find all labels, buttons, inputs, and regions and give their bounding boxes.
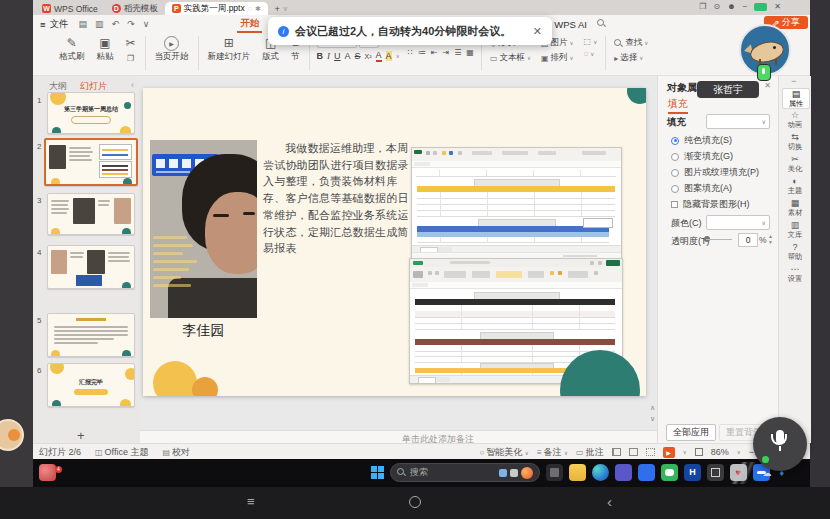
strike-button[interactable]: S [355, 51, 361, 61]
indent-less-icon[interactable]: ⇤ [431, 49, 438, 57]
rail-item-settings[interactable]: ⋯ 设置 [782, 264, 808, 283]
color-select[interactable]: ∨ [706, 215, 770, 230]
collapse-panel-icon[interactable]: ‹ [131, 80, 134, 90]
paragraph-more-icon[interactable]: ▦ [466, 49, 474, 57]
reading-view-icon[interactable] [646, 448, 655, 456]
apply-all-button[interactable]: 全部应用 [666, 424, 716, 441]
tab-current-presentation[interactable]: P 实践第一周.pptx ◌ ✱ [165, 2, 268, 15]
file-menu[interactable]: 文件 [50, 18, 69, 31]
undo-icon[interactable]: ↶ [112, 19, 120, 29]
solid-fill-option[interactable]: 纯色填充(S) [671, 134, 732, 147]
proofing-status[interactable]: ▤校对 [162, 446, 190, 459]
taskbar-meeting-icon[interactable]: H [684, 464, 701, 481]
textbox-button[interactable]: ▭ 文本框∨ [490, 52, 531, 64]
redo-icon[interactable]: ↷ [127, 19, 135, 29]
opacity-slider[interactable] [706, 239, 732, 240]
opacity-value-input[interactable]: 0 [738, 233, 758, 247]
wps-ai-tab[interactable]: WPS AI [554, 19, 587, 30]
person-photo[interactable] [150, 140, 257, 318]
tab-sync-icon[interactable]: ◌ [248, 5, 252, 12]
person-name[interactable]: 李佳园 [150, 322, 257, 340]
start-button[interactable] [371, 466, 384, 479]
nav-home-icon[interactable] [409, 496, 421, 508]
rail-item-theme[interactable]: ◐ 主题 [782, 176, 808, 195]
font-color-button[interactable]: A [376, 50, 382, 62]
char-style-button[interactable]: A [345, 51, 351, 61]
panel-close-icon[interactable]: ✕ [764, 81, 771, 90]
underline-button[interactable]: U [334, 51, 341, 61]
smart-beautify-button[interactable]: ○智能美化 ∨ [479, 446, 528, 459]
tab-docer-template[interactable]: D 稻壳模板 [105, 2, 165, 15]
hide-background-option[interactable]: 隐藏背景图形(H) [671, 198, 750, 211]
arrange-button[interactable]: ▣ 排列∨ [541, 52, 574, 64]
select-button[interactable]: ▸ 选择∨ [614, 52, 648, 64]
line-spacing-icon[interactable]: ☰ [454, 49, 461, 57]
excel-screenshot-1[interactable] [411, 147, 622, 259]
quickbar-chevron-icon[interactable]: ∨ [143, 19, 150, 29]
rail-item-help[interactable]: ? 帮助 [782, 242, 808, 261]
pattern-fill-option[interactable]: 图案填充(A) [671, 182, 732, 195]
notes-bar[interactable]: 单击此处添加备注 [140, 430, 657, 444]
close-icon[interactable]: ✕ [774, 2, 781, 11]
font-more-chevron-icon[interactable]: ∨ [396, 53, 400, 59]
tab-wps-office[interactable]: W WPS Office [35, 2, 105, 15]
microphone-button[interactable] [753, 417, 807, 471]
save-icon[interactable]: ▤ [79, 19, 88, 29]
add-slide-button[interactable]: + [77, 428, 85, 443]
cloud-tray-icon[interactable]: ☁ [762, 468, 771, 478]
taskbar-wechat-icon[interactable] [661, 464, 678, 481]
play-from-current-button[interactable]: ▶ 当页开始 [155, 36, 189, 61]
opacity-spinner[interactable]: ▲▼ [768, 233, 773, 245]
taskbar-app-icon[interactable] [638, 464, 655, 481]
taskbar-app-icon[interactable] [615, 464, 632, 481]
taskbar-task-view-icon[interactable] [546, 464, 563, 481]
fill-tab[interactable]: 填充 [668, 97, 688, 114]
scroll-down-icon[interactable]: ∨ [650, 415, 655, 423]
slide-thumbnail-4[interactable] [47, 245, 135, 289]
tab-pin-icon[interactable]: ✱ [255, 5, 261, 13]
notes-toggle-button[interactable]: ≡备注 ∨ [537, 446, 568, 459]
rail-collapse-icon[interactable]: − [791, 76, 796, 86]
slideshow-chevron-icon[interactable]: ∨ [683, 449, 687, 455]
current-slide[interactable]: 李佳园 我做数据运维助理，本周尝试协助团队进行项目数据录入与整理，负责装饰材料库… [143, 88, 646, 396]
slide-thumbnail-1[interactable]: 第三学期第一周总结 [47, 92, 135, 134]
notification-close-icon[interactable]: ✕ [533, 25, 542, 38]
print-icon[interactable]: ▥ [95, 19, 104, 29]
rail-item-animation[interactable]: ☆ 动画 [782, 110, 808, 129]
zoom-level[interactable]: 86% [711, 447, 729, 457]
nav-back-icon[interactable]: ‹ [607, 492, 612, 512]
hamburger-icon[interactable]: ≡ [40, 19, 46, 30]
number-list-icon[interactable]: ≔ [418, 49, 426, 57]
account-icon[interactable]: ☻ [727, 2, 735, 11]
settings-icon[interactable]: ⊙ [714, 2, 721, 11]
slide-thumbnail-5[interactable] [47, 313, 135, 357]
taskbar-edge-icon[interactable] [592, 464, 609, 481]
taskbar-pinned-app-icon[interactable]: 4 [39, 464, 56, 481]
tab-list-chevron-icon[interactable]: ∨ [283, 5, 288, 13]
highlight-button[interactable]: A [386, 51, 392, 61]
slide-thumbnail-6[interactable]: 汇报完毕 [47, 363, 135, 407]
find-button[interactable]: 查找∨ [614, 37, 648, 49]
indent-more-icon[interactable]: ⇥ [442, 49, 449, 57]
rail-item-library[interactable]: ▥ 文库 [782, 220, 808, 239]
insert-more-top-button[interactable]: ⬚∨ [584, 37, 598, 46]
slide-thumbnail-3[interactable] [47, 193, 135, 235]
ribbon-search-icon[interactable] [597, 19, 606, 30]
taskbar-file-explorer-icon[interactable] [569, 464, 586, 481]
texture-fill-option[interactable]: 图片或纹理填充(P) [671, 166, 759, 179]
ribbon-tab-home[interactable]: 开始 [237, 16, 262, 33]
format-painter-button[interactable]: ✎ 格式刷 [59, 36, 85, 61]
rail-item-beautify[interactable]: ✂ 美化 [782, 154, 808, 173]
paste-button[interactable]: ▣ 粘贴 [97, 36, 114, 61]
bullet-list-icon[interactable]: ∷ [408, 49, 413, 57]
rail-item-transition[interactable]: ⇆ 切换 [782, 132, 808, 151]
scroll-up-icon[interactable]: ∧ [650, 404, 655, 412]
fill-type-select[interactable]: ∨ [706, 114, 770, 129]
restore-icon[interactable]: ❐ [699, 2, 706, 11]
rail-item-properties[interactable]: ▤ 属性 [782, 88, 810, 109]
superscript-button[interactable]: X² [365, 53, 372, 60]
sorter-view-icon[interactable] [629, 448, 638, 456]
maximize-icon[interactable] [754, 3, 767, 11]
slide-body-text[interactable]: 我做数据运维助理，本周尝试协助团队进行项目数据录入与整理，负责装饰材料库存、客户… [263, 140, 409, 257]
italic-button[interactable]: I [327, 51, 330, 61]
